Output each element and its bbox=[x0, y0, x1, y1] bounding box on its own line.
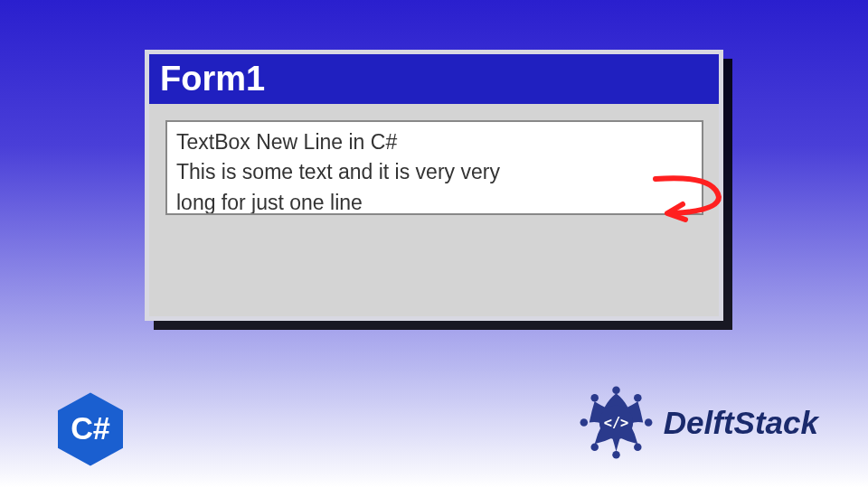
svg-point-5 bbox=[612, 451, 620, 459]
svg-point-2 bbox=[634, 394, 642, 402]
svg-point-1 bbox=[612, 387, 620, 395]
svg-point-4 bbox=[634, 443, 642, 451]
textbox-input[interactable]: TextBox New Line in C# This is some text… bbox=[165, 120, 703, 215]
svg-point-7 bbox=[580, 418, 588, 427]
window-titlebar[interactable]: Form1 bbox=[149, 54, 719, 104]
application-window: Form1 TextBox New Line in C# This is som… bbox=[145, 50, 723, 321]
svg-text:</>: </> bbox=[604, 415, 629, 431]
delftstack-brand: </> DelftStack bbox=[578, 384, 818, 461]
textbox-line: TextBox New Line in C# bbox=[176, 127, 693, 157]
svg-point-3 bbox=[645, 418, 653, 427]
form-body: TextBox New Line in C# This is some text… bbox=[149, 104, 719, 316]
textbox-line: long for just one line bbox=[176, 188, 693, 215]
wrap-arrow-annotation bbox=[651, 170, 732, 224]
svg-point-8 bbox=[590, 394, 599, 402]
delftstack-icon: </> bbox=[578, 384, 655, 461]
brand-name: DelftStack bbox=[664, 405, 818, 441]
textbox-line: This is some text and it is very very bbox=[176, 157, 693, 187]
window-title: Form1 bbox=[160, 60, 265, 99]
svg-point-6 bbox=[590, 443, 599, 451]
csharp-logo-badge: C# bbox=[50, 389, 131, 470]
csharp-label: C# bbox=[71, 411, 110, 446]
